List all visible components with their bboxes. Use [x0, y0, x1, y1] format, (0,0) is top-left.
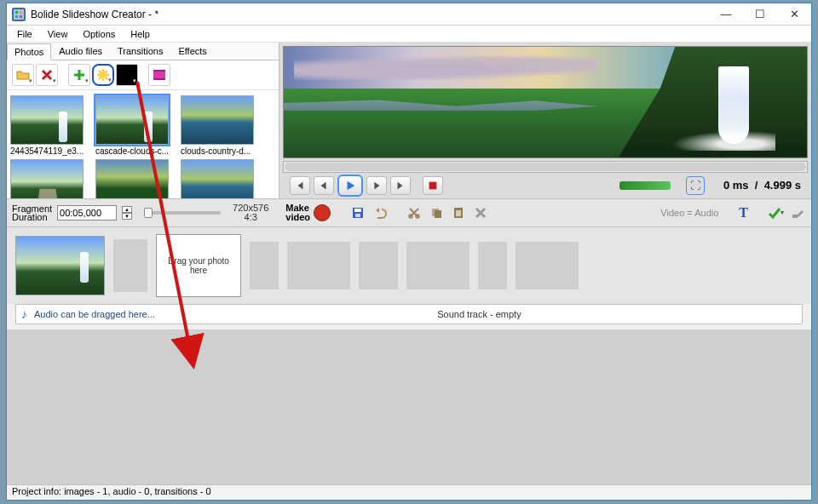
svg-rect-12 — [355, 214, 360, 217]
time-total: 4.999 s — [764, 179, 801, 192]
media-toolbar: ▾ ▾ ▾ ▾ ▾ — [7, 60, 279, 90]
svg-rect-19 — [792, 215, 798, 218]
tab-photos[interactable]: Photos — [7, 43, 51, 60]
svg-rect-16 — [435, 210, 441, 218]
undo-button[interactable] — [372, 204, 389, 221]
svg-rect-18 — [456, 210, 461, 216]
thumbnail[interactable]: lake-landscape-o... — [181, 159, 261, 198]
svg-rect-9 — [429, 181, 437, 189]
svg-rect-3 — [15, 15, 18, 18]
fragment-duration-spinner[interactable]: ▲▼ — [122, 206, 132, 220]
save-project-button[interactable] — [349, 204, 366, 221]
go-end-button[interactable] — [390, 176, 411, 195]
tab-audio-files[interactable]: Audio files — [51, 43, 110, 60]
preview-seekbar[interactable] — [283, 161, 808, 173]
minimize-button[interactable]: — — [709, 3, 743, 26]
time-current: 0 ms — [723, 179, 749, 192]
timeline-slot[interactable] — [113, 239, 147, 292]
timeline-drop-target[interactable]: Drag your photo here — [156, 234, 241, 297]
thumbnail-label: 24435474119_e3... — [10, 145, 84, 156]
svg-rect-2 — [20, 11, 22, 14]
delete-clip-button[interactable] — [472, 204, 489, 221]
add-button[interactable]: ▾ — [68, 64, 90, 86]
audio-hint: Audio can be dragged here... — [34, 309, 155, 319]
audio-track[interactable]: ♪ Audio can be dragged here... Sound tra… — [15, 304, 803, 324]
go-start-button[interactable] — [290, 176, 310, 195]
zoom-slider[interactable] — [144, 211, 221, 215]
svg-rect-0 — [14, 9, 24, 20]
window-title: Bolide Slideshow Creator - * — [31, 9, 704, 20]
tab-effects[interactable]: Effects — [170, 43, 214, 60]
player-controls: ⛶ 0 ms / 4.999 s — [283, 173, 808, 198]
resolution-label: 720x576 4:3 — [233, 203, 268, 222]
status-bar: Project info: images - 1, audio - 0, tra… — [7, 484, 811, 500]
menu-help[interactable]: Help — [124, 27, 157, 41]
thumbnail-grid: 24435474119_e3...cascade-clouds-c...clou… — [7, 90, 279, 198]
stop-button[interactable] — [423, 176, 443, 195]
maximize-button[interactable]: ☐ — [743, 3, 777, 26]
movie-clip-button[interactable] — [148, 64, 170, 86]
footer-spacer — [7, 329, 811, 485]
svg-rect-4 — [20, 15, 22, 18]
settings-icon[interactable] — [789, 204, 806, 221]
cut-button[interactable] — [406, 204, 423, 221]
fullscreen-button[interactable]: ⛶ — [686, 176, 705, 195]
timeline-slot[interactable] — [359, 242, 398, 289]
thumbnail[interactable]: cascade-clouds-c... — [95, 95, 176, 156]
timeline-clip[interactable] — [15, 236, 105, 295]
tab-transitions[interactable]: Transitions — [110, 43, 170, 60]
svg-rect-11 — [354, 209, 361, 212]
svg-rect-8 — [153, 78, 165, 80]
thumbnail[interactable]: Greenery_in_the... — [95, 159, 176, 198]
project-info: Project info: images - 1, audio - 0, tra… — [12, 486, 211, 496]
timeline-slot[interactable] — [250, 242, 279, 289]
svg-rect-1 — [15, 11, 18, 14]
close-button[interactable]: ✕ — [777, 3, 811, 26]
svg-rect-6 — [153, 72, 165, 78]
timeline-slot[interactable] — [516, 242, 579, 289]
fragment-duration-label: Fragment Duration — [12, 204, 52, 221]
preview-viewport — [283, 46, 808, 158]
thumbnail-label: cascade-clouds-c... — [95, 145, 169, 156]
titlebar: Bolide Slideshow Creator - * — ☐ ✕ — [7, 3, 811, 26]
thumbnail[interactable]: forest-landscape-... — [10, 159, 90, 198]
svg-rect-7 — [153, 70, 165, 72]
menubar: File View Options Help — [7, 26, 811, 43]
prev-button[interactable] — [314, 176, 334, 195]
media-panel: Photos Audio files Transitions Effects ▾… — [7, 43, 279, 198]
menu-options[interactable]: Options — [76, 27, 122, 41]
thumbnail[interactable]: 24435474119_e3... — [10, 95, 90, 156]
make-video-button[interactable]: Make video — [285, 203, 331, 222]
add-text-button[interactable]: T — [739, 205, 748, 220]
media-tabs: Photos Audio files Transitions Effects — [7, 43, 279, 60]
blank-slide-button[interactable]: ▾ — [116, 64, 138, 86]
play-button[interactable] — [337, 175, 363, 197]
video-equals-audio-label: Video = Audio — [660, 208, 718, 218]
record-icon — [314, 204, 331, 221]
timeline-slot[interactable] — [406, 242, 469, 289]
timeline[interactable]: Drag your photo here — [7, 227, 811, 304]
copy-button[interactable] — [428, 204, 445, 221]
insert-transition-button[interactable]: ▾ — [92, 64, 114, 86]
menu-view[interactable]: View — [41, 27, 75, 41]
audio-status: Sound track - empty — [162, 309, 797, 319]
app-icon — [12, 8, 26, 21]
timeline-slot[interactable] — [478, 242, 507, 289]
open-folder-button[interactable]: ▾ — [12, 64, 34, 86]
menu-file[interactable]: File — [10, 27, 39, 41]
timeline-slot[interactable] — [287, 242, 350, 289]
time-display: 0 ms / 4.999 s — [723, 179, 801, 192]
music-note-icon: ♪ — [21, 307, 27, 321]
thumbnail-label: clouds-country-d... — [181, 145, 251, 156]
project-toolbar: Fragment Duration ▲▼ 720x576 4:3 Make vi… — [7, 198, 811, 227]
thumbnail[interactable]: clouds-country-d... — [181, 95, 261, 156]
fragment-duration-input[interactable] — [57, 205, 117, 220]
paste-button[interactable] — [450, 204, 467, 221]
volume-slider[interactable] — [619, 181, 671, 190]
delete-button[interactable]: ▾ — [36, 64, 58, 86]
next-button[interactable] — [366, 176, 387, 195]
preview-panel: ⛶ 0 ms / 4.999 s — [279, 43, 811, 198]
apply-button[interactable]: ▾ — [767, 204, 784, 221]
